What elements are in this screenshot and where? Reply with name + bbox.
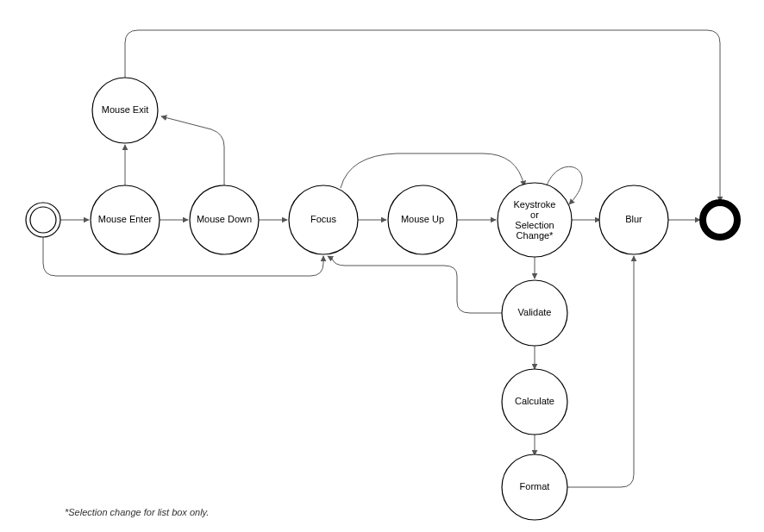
- mouse-enter-node: Mouse Enter: [91, 185, 160, 254]
- keystroke-label-line4: Change*: [517, 230, 554, 241]
- calculate-label: Calculate: [515, 396, 554, 406]
- edge-mouse-down-to-mouse-exit: [161, 116, 224, 185]
- nodes: Mouse Enter Mouse Exit Mouse Down Focus …: [26, 78, 737, 520]
- mouse-down-label: Mouse Down: [197, 214, 252, 224]
- footnote: *Selection change for list box only.: [65, 507, 209, 517]
- mouse-down-node: Mouse Down: [190, 185, 259, 254]
- mouse-up-node: Mouse Up: [388, 185, 457, 254]
- mouse-exit-node: Mouse Exit: [92, 78, 158, 143]
- edge-format-to-blur: [567, 256, 634, 487]
- mouse-enter-label: Mouse Enter: [98, 214, 153, 224]
- edge-validate-to-focus: [328, 256, 502, 313]
- mouse-exit-label: Mouse Exit: [102, 104, 148, 115]
- keystroke-label-line2: or: [530, 210, 539, 220]
- keystroke-node: Keystroke or Selection Change*: [498, 183, 572, 257]
- blur-label: Blur: [625, 214, 642, 224]
- format-label: Format: [520, 481, 550, 491]
- svg-point-9: [703, 203, 737, 237]
- edge-focus-to-keystroke: [341, 153, 524, 188]
- edge-mouse-exit-to-end: [125, 30, 720, 202]
- focus-node: Focus: [289, 185, 358, 254]
- end-node: [703, 203, 737, 237]
- validate-node: Validate: [502, 280, 567, 346]
- format-node: Format: [502, 454, 567, 520]
- start-node: [26, 203, 60, 237]
- keystroke-label-line3: Selection: [515, 220, 554, 230]
- mouse-up-label: Mouse Up: [401, 214, 444, 224]
- edge-start-to-focus: [43, 237, 323, 276]
- calculate-node: Calculate: [502, 369, 567, 435]
- blur-node: Blur: [599, 185, 668, 254]
- keystroke-label-line1: Keystroke: [514, 199, 556, 210]
- validate-label: Validate: [518, 307, 552, 317]
- svg-point-1: [30, 207, 56, 233]
- focus-label: Focus: [310, 214, 336, 224]
